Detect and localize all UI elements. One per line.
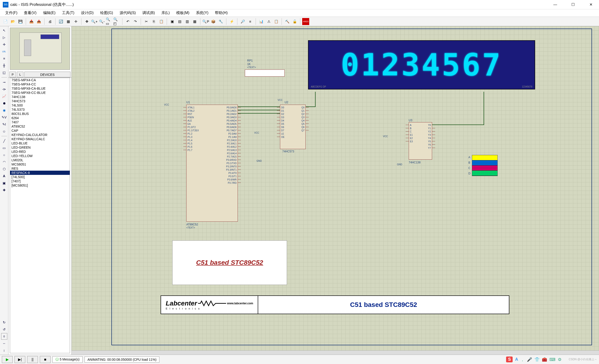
- zoom-out-icon[interactable]: 🔍-: [98, 18, 105, 25]
- component-tool[interactable]: ▷: [1, 34, 8, 41]
- package-icon[interactable]: 📦: [210, 18, 217, 25]
- device-item[interactable]: LED-GREEN: [10, 145, 70, 150]
- ime-mode[interactable]: A: [515, 357, 518, 362]
- menu-library[interactable]: 库(L): [158, 9, 173, 16]
- sim-pause-button[interactable]: ||: [27, 356, 38, 363]
- copy-icon[interactable]: ⎘: [150, 18, 157, 25]
- path-tool[interactable]: ⬡: [1, 166, 8, 172]
- junction-tool[interactable]: ✛: [1, 41, 8, 48]
- device-item[interactable]: [MCS8051]: [10, 183, 70, 187]
- export-icon[interactable]: 📤: [35, 18, 42, 25]
- text-tool[interactable]: ≡: [1, 55, 8, 62]
- rotate-ccw-tool[interactable]: ↺: [1, 326, 8, 333]
- ime-settings-icon[interactable]: ⚙: [558, 357, 562, 362]
- ares-icon[interactable]: ARES: [302, 18, 309, 25]
- save-icon[interactable]: 💾: [17, 18, 24, 25]
- menu-debug[interactable]: 调试(B): [139, 9, 158, 16]
- device-item[interactable]: 74LS00: [10, 103, 70, 107]
- device-item[interactable]: 7SEG-MPX8-CC-BLUE: [10, 91, 70, 95]
- generator-tool[interactable]: ◉: [1, 107, 8, 114]
- graph-tool[interactable]: 📈: [1, 93, 8, 99]
- block-delete-icon[interactable]: ▦: [191, 18, 198, 25]
- device-item[interactable]: 80C51.BUS: [10, 112, 70, 116]
- label-tool[interactable]: LBL: [1, 48, 8, 55]
- device-item[interactable]: LED-YELLOW: [10, 154, 70, 158]
- pin-tool[interactable]: -⊳: [1, 86, 8, 92]
- menu-design[interactable]: 设计(D): [78, 9, 97, 16]
- decompose2-icon[interactable]: 🔓: [291, 18, 298, 25]
- u1-chip[interactable]: XTAL1XTAL2RSTPSENALEEAP1.0/T2P1.1/T2EXP1…: [186, 105, 238, 222]
- menu-view[interactable]: 查看(V): [21, 9, 40, 16]
- message-box[interactable]: ⓘ 5 Message(s): [53, 356, 83, 363]
- device-item[interactable]: 7SEG-MPX4-CC: [10, 82, 70, 86]
- netlist-icon[interactable]: 📋: [273, 18, 280, 25]
- device-item[interactable]: LED-BLUE: [10, 141, 70, 145]
- block-copy-icon[interactable]: ▣: [169, 18, 176, 25]
- sim-stop-button[interactable]: ■: [40, 356, 51, 363]
- terminal-tool[interactable]: ⊸: [1, 79, 8, 85]
- menu-template[interactable]: 模板(M): [173, 9, 193, 16]
- device-item[interactable]: 74LS373: [10, 107, 70, 112]
- menu-file[interactable]: 文件(F): [2, 9, 21, 16]
- ime-keyboard-icon[interactable]: ⌨: [549, 357, 555, 362]
- menu-source[interactable]: 源代码(S): [116, 9, 139, 16]
- device-item[interactable]: RES: [10, 166, 70, 171]
- bus-tool[interactable]: ╫: [1, 62, 8, 69]
- pan-icon[interactable]: ✥: [83, 18, 90, 25]
- open-icon[interactable]: 📂: [9, 18, 16, 25]
- symbol-tool[interactable]: ▣: [1, 180, 8, 186]
- erc-icon[interactable]: ⚠: [265, 18, 272, 25]
- line-tool[interactable]: ╱: [1, 138, 8, 144]
- subcircuit-tool[interactable]: ◱: [1, 69, 8, 76]
- device-item[interactable]: 7SEG-MPX4-CA: [10, 78, 70, 82]
- menu-help[interactable]: 帮助(H): [211, 9, 231, 16]
- device-item[interactable]: CAP: [10, 129, 70, 133]
- import-icon[interactable]: 📥: [28, 18, 35, 25]
- device-item[interactable]: 6264: [10, 116, 70, 120]
- device-item[interactable]: AT89C52: [10, 124, 70, 129]
- device-item[interactable]: 74HC573: [10, 99, 70, 103]
- paste-icon[interactable]: 📋: [158, 18, 165, 25]
- maximize-button[interactable]: ☐: [568, 1, 578, 8]
- property-icon[interactable]: ≡: [247, 18, 254, 25]
- ime-skin-icon[interactable]: 👕: [534, 357, 539, 362]
- device-item[interactable]: [74LS00]: [10, 175, 70, 179]
- canvas-scrollbar-h[interactable]: [72, 350, 599, 355]
- menu-draw[interactable]: 绘图(G): [97, 9, 116, 16]
- mirror-h-tool[interactable]: ↔: [1, 340, 8, 347]
- sim-play-button[interactable]: ▶: [2, 356, 13, 363]
- arc-tool[interactable]: ◠: [1, 159, 8, 165]
- rp1-component[interactable]: [245, 70, 285, 77]
- refresh-icon[interactable]: 🔄: [57, 18, 64, 25]
- box-tool[interactable]: ▭: [1, 145, 8, 151]
- wire-autoroute-icon[interactable]: ⚡: [228, 18, 235, 25]
- minimize-button[interactable]: —: [550, 1, 561, 8]
- make-device-icon[interactable]: 🔨: [284, 18, 291, 25]
- block-move-icon[interactable]: ▤: [176, 18, 183, 25]
- current-probe-tool[interactable]: ✎I: [1, 121, 8, 128]
- sim-step-button[interactable]: ▶|: [15, 356, 25, 363]
- text2d-tool[interactable]: A: [1, 173, 8, 179]
- title-block[interactable]: Labcenter www.labcenter.com E l e c t r …: [161, 295, 509, 314]
- library-button[interactable]: L: [17, 72, 23, 77]
- device-item[interactable]: LED-RED: [10, 150, 70, 154]
- menu-system[interactable]: 系统(Y): [193, 9, 211, 16]
- device-item[interactable]: [7407]: [10, 179, 70, 183]
- device-item[interactable]: 7SEG-MPX8-CA-BLUE: [10, 86, 70, 91]
- device-item[interactable]: KEYPAD-CALCULATOR: [10, 133, 70, 137]
- ime-sogou-icon[interactable]: S: [506, 356, 513, 362]
- block-rotate-icon[interactable]: ▥: [184, 18, 191, 25]
- ime-punct-icon[interactable]: ，: [520, 357, 525, 362]
- angle-input[interactable]: 0: [1, 333, 7, 340]
- device-item[interactable]: LM020L: [10, 158, 70, 162]
- zoom-in-icon[interactable]: 🔍+: [91, 18, 98, 25]
- menu-tools[interactable]: 工具(T): [59, 9, 78, 16]
- pick-icon[interactable]: 🔍P: [202, 18, 209, 25]
- mirror-v-tool[interactable]: ↕: [1, 347, 8, 354]
- tape-tool[interactable]: ⏺: [1, 100, 8, 107]
- device-item[interactable]: KEYPAD-SMALLCALC: [10, 137, 70, 141]
- selection-tool[interactable]: ↖: [1, 27, 8, 34]
- zoom-fit-icon[interactable]: 🔍▭: [106, 18, 113, 25]
- schematic-canvas[interactable]: 01234567 ABCDEFG DP 12345678 RP1 1K <TEX…: [72, 26, 599, 355]
- search-icon[interactable]: 🔎: [239, 18, 246, 25]
